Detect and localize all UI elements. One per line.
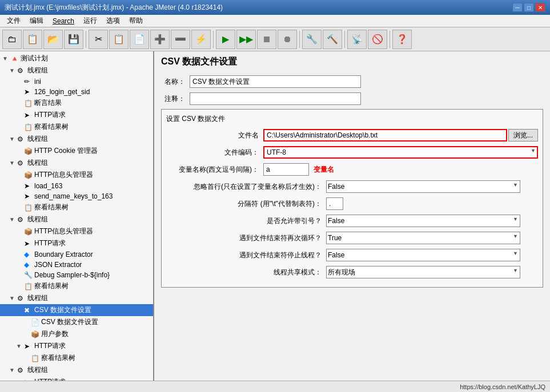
toolbar-stop[interactable]: ⏹ — [257, 30, 276, 49]
menu-file[interactable]: 文件 — [2, 15, 25, 27]
toolbar-templates[interactable]: 📋 — [23, 30, 42, 49]
share-select[interactable]: 所有现场 — [326, 266, 520, 278]
toolbar-start-no-pauses[interactable]: ▶▶ — [236, 30, 256, 49]
tree-label: HTTP请求 — [34, 110, 66, 120]
toolbar-toggle[interactable]: ⚡ — [191, 30, 211, 49]
toggle-g2[interactable]: ▼ — [9, 136, 16, 142]
toolbar: 🗀 📋 📂 💾 ✂ 📋 📄 ➕ ➖ ⚡ ▶ ▶▶ ⏹ ⏺ 🔧 🔨 📡 🚫 ❓ — [0, 27, 550, 51]
icon-up: 📦 — [31, 330, 40, 338]
icon-h4: ➤ — [24, 378, 33, 381]
tree-item-boundary[interactable]: ◆ Boundary Extractor — [0, 249, 153, 260]
ignore-label: 忽略首行(只在设置了变量名称后才生效)： — [166, 182, 326, 192]
toggle-g4[interactable]: ▼ — [9, 216, 16, 223]
tree-item-cookie[interactable]: 📦 HTTP Cookie 管理器 — [0, 145, 153, 157]
tree-item-http2[interactable]: ➤ HTTP请求 — [0, 237, 153, 249]
loop-select[interactable]: True False — [326, 232, 520, 244]
ignore-select[interactable]: False True — [326, 180, 520, 193]
tree-item-root[interactable]: ▼ 🔺 测试计划 — [0, 52, 153, 64]
encoding-row: 文件编码： — [166, 146, 538, 159]
tree-item-group6[interactable]: ▼ ⚙ 线程组 — [0, 364, 153, 376]
menu-help[interactable]: 帮助 — [125, 15, 147, 27]
tree-item-http1[interactable]: ➤ HTTP请求 — [0, 109, 153, 121]
toolbar-cut[interactable]: ✂ — [89, 30, 108, 49]
toolbar-shutdown[interactable]: ⏺ — [278, 30, 297, 49]
tree-item-json[interactable]: ◆ JSON Extractor — [0, 260, 153, 270]
tree-item-csv-sub[interactable]: 📄 CSV 数据文件设置 — [0, 316, 153, 328]
tree-item-debug[interactable]: 🔧 Debug Sampler-b-${info} — [0, 270, 153, 280]
minimize-button[interactable]: ─ — [512, 3, 523, 12]
tree-item-group5[interactable]: ▼ ⚙ 线程组 — [0, 292, 153, 304]
tree-item-view4[interactable]: 📋 察看结果树 — [0, 352, 153, 364]
icon-a1: 📋 — [24, 99, 33, 107]
tree-item-send163[interactable]: ➤ send_name_keys_to_163 — [0, 191, 153, 201]
tree-item-view2[interactable]: 📋 察看结果树 — [0, 201, 153, 213]
tree-item-126login[interactable]: ➤ 126_login_get_sid — [0, 87, 153, 97]
toolbar-start[interactable]: ▶ — [216, 30, 235, 49]
toolbar-copy[interactable]: 📋 — [109, 30, 129, 49]
icon-hd1: 📦 — [24, 171, 33, 179]
toolbar-expand[interactable]: ➕ — [150, 30, 170, 49]
tree-item-view3[interactable]: 📋 察看结果树 — [0, 280, 153, 292]
name-input[interactable] — [190, 75, 361, 88]
tree-item-csv-config[interactable]: ✖ CSV 数据文件设置 — [0, 304, 153, 316]
menu-edit[interactable]: 编辑 — [25, 15, 48, 27]
tree-item-header1[interactable]: 📦 HTTP信息头管理器 — [0, 169, 153, 181]
menu-run[interactable]: 运行 — [79, 15, 102, 27]
comment-input[interactable] — [190, 92, 361, 105]
toggle-g3[interactable]: ▼ — [9, 160, 16, 166]
tree-item-header2[interactable]: 📦 HTTP信息头管理器 — [0, 225, 153, 237]
toolbar-save[interactable]: 💾 — [64, 30, 83, 49]
tree-label: 用户参数 — [41, 329, 69, 339]
tree-label: 线程组 — [27, 158, 48, 168]
menu-options[interactable]: 选项 — [102, 15, 125, 27]
toggle-h3[interactable]: ▼ — [16, 343, 23, 349]
browse-button[interactable]: 浏览... — [508, 129, 538, 142]
tree-item-group1[interactable]: ▼ ⚙ 线程组 — [0, 64, 153, 76]
tree-label: 断言结果 — [34, 98, 62, 108]
tree-item-group3[interactable]: ▼ ⚙ 线程组 — [0, 157, 153, 169]
icon-csvsub: 📄 — [31, 318, 40, 326]
tree-item-http3[interactable]: ▼ ➤ HTTP请求 — [0, 340, 153, 352]
toolbar-remote-stop[interactable]: 🚫 — [368, 30, 387, 49]
delimiter-input[interactable] — [326, 197, 343, 210]
tree-item-view1[interactable]: 📋 察看结果树 — [0, 121, 153, 133]
varname-input[interactable] — [263, 163, 309, 176]
name-row: 名称： — [161, 75, 543, 88]
tree-label: 126_login_get_sid — [34, 88, 90, 96]
tree-item-ini[interactable]: ✏ ini — [0, 76, 153, 87]
tree-label: HTTP请求 — [34, 377, 66, 381]
maximize-button[interactable]: □ — [524, 3, 534, 12]
tree-item-userparam[interactable]: 📦 用户参数 — [0, 328, 153, 340]
tree-item-group2[interactable]: ▼ ⚙ 线程组 — [0, 133, 153, 145]
icon-csv: ✖ — [24, 306, 33, 314]
icon-v3: 📋 — [24, 282, 33, 290]
stop-select[interactable]: False True — [326, 249, 520, 261]
stop-row: 遇到文件结束符停止线程？ False True — [166, 248, 538, 262]
tree-item-load163[interactable]: ➤ load_163 — [0, 181, 153, 191]
toolbar-open[interactable]: 📂 — [43, 30, 63, 49]
tree-label: HTTP请求 — [34, 239, 66, 248]
toolbar-clear[interactable]: 🔧 — [302, 30, 322, 49]
toolbar-remote-start[interactable]: 📡 — [347, 30, 367, 49]
toggle-g5[interactable]: ▼ — [9, 295, 16, 301]
toggle-g1[interactable]: ▼ — [9, 67, 16, 74]
toolbar-clear-all[interactable]: 🔨 — [323, 30, 342, 49]
toggle-g6[interactable]: ▼ — [9, 367, 16, 373]
toolbar-paste[interactable]: 📄 — [130, 30, 149, 49]
toggle-h4[interactable]: ▼ — [16, 379, 23, 381]
close-button[interactable]: ✕ — [535, 3, 545, 12]
toggle-root[interactable]: ▼ — [2, 55, 9, 62]
quote-select[interactable]: False True — [326, 215, 520, 227]
toolbar-collapse[interactable]: ➖ — [171, 30, 190, 49]
tree-item-http4[interactable]: ▼ ➤ HTTP请求 — [0, 376, 153, 381]
encoding-input[interactable] — [263, 146, 538, 159]
toolbar-help[interactable]: ❓ — [392, 30, 412, 49]
tree-label: load_163 — [34, 182, 62, 190]
menu-search[interactable]: Search — [48, 16, 79, 26]
filename-input[interactable] — [263, 129, 507, 142]
tree-item-group4[interactable]: ▼ ⚙ 线程组 — [0, 213, 153, 225]
tree-panel[interactable]: ▼ 🔺 测试计划 ▼ ⚙ 线程组 ✏ ini ➤ 126_login_get_s… — [0, 51, 154, 381]
tree-item-assert1[interactable]: 📋 断言结果 — [0, 97, 153, 109]
delimiter-row: 分隔符 (用"\t"代替制表符)： — [166, 197, 538, 211]
toolbar-new[interactable]: 🗀 — [2, 30, 22, 49]
